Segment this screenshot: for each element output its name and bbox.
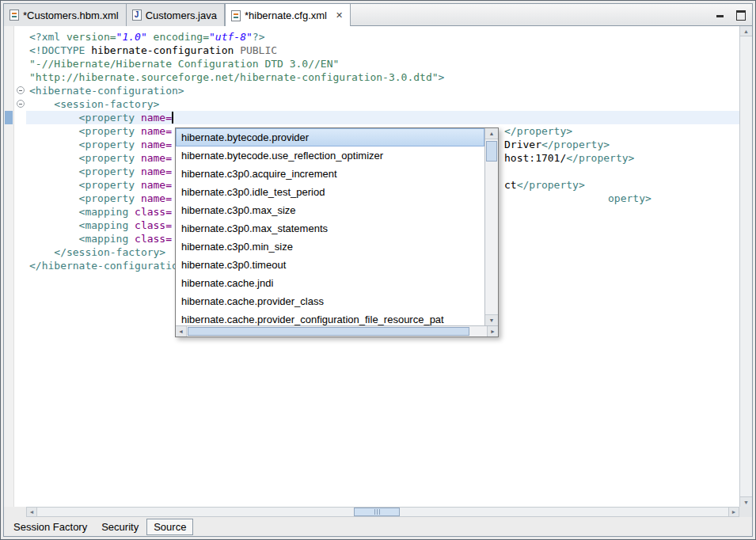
code-token: name= [141, 165, 172, 177]
page-tab-source[interactable]: Source [146, 519, 193, 535]
completion-list: hibernate.bytecode.providerhibernate.byt… [176, 128, 484, 325]
code-token: class= [135, 206, 172, 218]
editor-tabs: *Customers.hbm.xmlJCustomers.java*hibern… [4, 4, 351, 25]
completion-item[interactable]: hibernate.cache.jndi [176, 274, 484, 292]
completion-item[interactable]: hibernate.cache.provider_class [176, 292, 484, 310]
code-fragment: host:1701/</property> [504, 151, 634, 165]
view-window-buttons [716, 10, 746, 19]
editor-horizontal-scrollbar[interactable]: ◄ ► [26, 507, 739, 517]
code-fragment: </property> [504, 124, 572, 138]
code-token: <property [29, 152, 141, 164]
thumb-grip-icon [377, 509, 378, 515]
code-token: name= [141, 179, 172, 191]
code-token: name= [141, 112, 172, 124]
code-token: <property [29, 139, 141, 150]
xml-file-icon [9, 10, 19, 21]
code-line-6[interactable]: <session-factory> [29, 97, 739, 111]
code-token: hibernate-configuration [91, 44, 240, 56]
horizontal-scrollbar-strip: ◄ ► [4, 507, 752, 517]
collapse-fold-icon[interactable] [17, 100, 25, 108]
popup-scroll-down-icon[interactable]: ▼ [485, 314, 498, 325]
code-token: <property [29, 179, 141, 191]
tab-label: *Customers.hbm.xml [23, 10, 119, 21]
code-token: </hibernate-configuration> [29, 260, 191, 272]
code-token: ?> [253, 31, 265, 43]
page-tab-security[interactable]: Security [95, 519, 145, 535]
code-token: <property [29, 125, 141, 137]
completion-item[interactable]: hibernate.c3p0.max_statements [176, 219, 484, 238]
scroll-right-icon[interactable]: ► [728, 508, 739, 516]
completion-item[interactable]: hibernate.bytecode.use_reflection_optimi… [176, 146, 484, 165]
text-cursor [172, 112, 173, 124]
annotation-ruler[interactable] [4, 26, 14, 507]
completion-item[interactable]: hibernate.c3p0.acquire_increment [176, 165, 484, 183]
code-token: name= [141, 192, 172, 204]
code-line-7[interactable]: <property name= [26, 111, 739, 124]
code-fragment: operty> [608, 192, 652, 205]
code-line-4[interactable]: "http://hibernate.sourceforge.net/hibern… [29, 70, 739, 84]
completion-item[interactable]: hibernate.c3p0.idle_test_period [176, 183, 484, 201]
editor-tab--customers.hbm.xml[interactable]: *Customers.hbm.xml [4, 4, 127, 26]
code-token: class= [135, 233, 172, 245]
code-token: name= [141, 125, 172, 137]
code-token: <mapping [29, 219, 135, 231]
code-token: <session-factory> [29, 98, 159, 110]
editor-tab-customers.java[interactable]: JCustomers.java [127, 4, 225, 26]
code-token: name= [141, 152, 172, 164]
code-token: PUBLIC [240, 44, 277, 56]
popup-scroll-right-icon[interactable]: ► [487, 326, 498, 337]
close-tab-icon[interactable]: ✕ [336, 11, 343, 20]
popup-scroll-up-icon[interactable]: ▲ [485, 128, 498, 139]
content-assist-popup: hibernate.bytecode.providerhibernate.byt… [175, 127, 499, 337]
code-line-3[interactable]: "-//Hibernate/Hibernate Configuration DT… [29, 57, 739, 70]
popup-vertical-scroll-thumb[interactable] [486, 141, 497, 162]
code-token: <?xml [29, 31, 66, 43]
code-token: encoding= [147, 31, 209, 43]
editor-tab--hibernate.cfg.xml[interactable]: *hibernate.cfg.xml✕ [225, 4, 351, 27]
tab-label: Customers.java [146, 10, 217, 21]
code-line-1[interactable]: <?xml version="1.0" encoding="utf-8"?> [29, 30, 739, 44]
code-token: "utf-8" [209, 31, 253, 43]
completion-item[interactable]: hibernate.c3p0.max_size [176, 201, 484, 219]
code-token: class= [135, 219, 172, 231]
code-token: <property [29, 165, 141, 177]
completion-item[interactable]: hibernate.bytecode.provider [176, 128, 484, 146]
scroll-up-icon[interactable]: ▲ [740, 26, 752, 36]
popup-horizontal-scrollbar[interactable]: ◄ ► [176, 325, 498, 337]
xml-file-icon [231, 10, 241, 21]
code-fragment: ct</property> [504, 178, 585, 192]
page-tab-session-factory[interactable]: Session Factory [7, 519, 93, 535]
code-fragment: Driver</property> [504, 138, 610, 151]
horizontal-scroll-thumb[interactable] [354, 508, 400, 516]
code-token: <hibernate-configuration> [29, 85, 184, 97]
popup-vertical-scrollbar[interactable]: ▲ ▼ [484, 128, 498, 325]
folding-margin [15, 26, 26, 507]
code-token: <!DOCTYPE [29, 44, 91, 56]
code-token: <mapping [29, 206, 135, 218]
completion-item[interactable]: hibernate.c3p0.timeout [176, 256, 484, 274]
code-token: > [439, 71, 445, 83]
code-line-5[interactable]: <hibernate-configuration> [29, 84, 739, 97]
editor-page-tabs: Session FactorySecuritySource [4, 517, 752, 536]
popup-scroll-left-icon[interactable]: ◄ [176, 326, 187, 337]
popup-horizontal-scroll-thumb[interactable] [188, 327, 469, 336]
scroll-down-icon[interactable]: ▼ [740, 496, 752, 507]
scroll-left-icon[interactable]: ◄ [27, 508, 37, 516]
maximize-icon[interactable] [735, 10, 746, 19]
scrollbar-corner [739, 507, 752, 517]
eclipse-window: *Customers.hbm.xmlJCustomers.java*hibern… [0, 0, 756, 540]
java-file-icon: J [132, 10, 142, 21]
minimize-icon[interactable] [716, 10, 726, 19]
code-token: <mapping [29, 233, 135, 245]
tab-label: *hibernate.cfg.xml [245, 10, 327, 21]
editor-vertical-scrollbar[interactable]: ▲ ▼ [739, 26, 752, 507]
code-token: name= [141, 139, 172, 150]
editor-tabbar: *Customers.hbm.xmlJCustomers.java*hibern… [4, 4, 752, 26]
code-token: "http://hibernate.sourceforge.net/hibern… [29, 71, 439, 83]
collapse-fold-icon[interactable] [17, 86, 25, 94]
code-line-2[interactable]: <!DOCTYPE hibernate-configuration PUBLIC [29, 44, 739, 57]
completion-item[interactable]: hibernate.c3p0.min_size [176, 238, 484, 256]
completion-item[interactable]: hibernate.cache.provider_configuration_f… [176, 310, 484, 325]
code-token: <property [29, 112, 141, 124]
code-token: <property [29, 192, 141, 204]
